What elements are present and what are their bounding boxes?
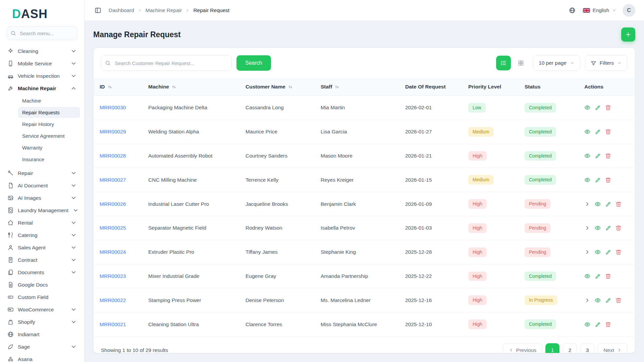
sidebar-item-warranty[interactable]: Warranty [18, 142, 80, 153]
edit-action-button[interactable] [605, 297, 611, 303]
column-header-machine[interactable]: Machine [142, 78, 239, 96]
sidebar-item-sage[interactable]: Sage [4, 341, 80, 353]
delete-action-button[interactable] [615, 249, 622, 255]
delete-action-button[interactable] [615, 297, 622, 303]
view-action-button[interactable] [584, 129, 590, 135]
view-action-button[interactable] [584, 321, 590, 327]
table-search-input[interactable] [101, 55, 232, 71]
request-id-link[interactable]: MRR00030 [100, 105, 126, 110]
edit-action-button[interactable] [605, 201, 611, 207]
delete-action-button[interactable] [615, 225, 622, 231]
request-id-link[interactable]: MRR00028 [100, 153, 126, 159]
add-repair-request-button[interactable] [621, 27, 635, 42]
edit-action-button[interactable] [595, 153, 601, 159]
delete-action-button[interactable] [605, 273, 611, 279]
sidebar-item-shopify[interactable]: Shopify [4, 316, 80, 328]
list-view-button[interactable] [496, 56, 511, 70]
globe-button[interactable] [568, 6, 577, 15]
per-page-select[interactable]: 10 per page [533, 55, 580, 71]
breadcrumb-machine-repair[interactable]: Machine Repair [146, 7, 182, 13]
sidebar-item-sales-agent[interactable]: Sales Agent [4, 241, 80, 254]
request-id-link[interactable]: MRR00026 [100, 201, 126, 207]
sidebar-item-service-agreement[interactable]: Service Agreement [18, 130, 80, 141]
expand-action-button[interactable] [584, 225, 590, 231]
sidebar-item-catering[interactable]: Catering [4, 229, 80, 241]
avatar[interactable]: C [623, 4, 635, 17]
sidebar-item-repair-history[interactable]: Repair History [18, 119, 80, 130]
language-selector[interactable]: English [583, 7, 616, 13]
previous-page-button[interactable]: Previous [503, 343, 542, 353]
view-action-button[interactable] [584, 273, 590, 279]
status-cell: Pending [519, 216, 578, 240]
filters-button[interactable]: Filters [585, 55, 628, 71]
sidebar-item-custom-field[interactable]: Custom Field [4, 291, 80, 303]
sidebar-item-indiamart[interactable]: Indiamart [4, 328, 80, 341]
sidebar-item-label: Shopify [18, 319, 35, 325]
view-action-button[interactable] [584, 105, 590, 111]
sidebar-item-repair[interactable]: Repair [4, 167, 80, 179]
view-action-button[interactable] [595, 249, 601, 255]
sidebar-item-contract[interactable]: Contract [4, 254, 80, 266]
sidebar-item-ai-document[interactable]: AI Document [4, 179, 80, 192]
trash-icon [605, 129, 611, 135]
edit-action-button[interactable] [605, 225, 611, 231]
edit-action-button[interactable] [595, 105, 601, 111]
sidebar-item-cleaning[interactable]: Cleaning [4, 45, 80, 57]
edit-action-button[interactable] [605, 249, 611, 255]
sidebar-toggle-button[interactable] [93, 6, 103, 15]
request-id-link[interactable]: MRR00021 [100, 321, 126, 327]
page-3-button[interactable]: 3 [580, 343, 594, 353]
sidebar-item-machine-repair[interactable]: Machine Repair [4, 82, 80, 95]
page-1-button[interactable]: 1 [545, 343, 559, 353]
sidebar-item-google-docs[interactable]: Google Docs [4, 279, 80, 291]
trash-icon [615, 225, 622, 231]
table-search [101, 55, 232, 71]
expand-action-button[interactable] [584, 297, 590, 303]
sidebar-item-asana[interactable]: Asana [4, 353, 80, 362]
sidebar-search-input[interactable] [7, 26, 77, 40]
sidebar-item-vehicle-inspection[interactable]: Vehicle Inspection [4, 70, 80, 82]
view-action-button[interactable] [584, 177, 590, 183]
sidebar-item-woocommerce[interactable]: WooCommerce [4, 303, 80, 316]
grid-view-button[interactable] [514, 56, 528, 70]
sidebar-item-documents[interactable]: Documents [4, 266, 80, 279]
page-2-button[interactable]: 2 [563, 343, 577, 353]
expand-action-button[interactable] [584, 201, 590, 207]
sidebar-item-laundry-management[interactable]: Laundry Management [4, 204, 80, 217]
request-id-link[interactable]: MRR00025 [100, 225, 126, 231]
next-page-button[interactable]: Next [598, 343, 628, 353]
view-action-button[interactable] [584, 153, 590, 159]
sidebar-item-repair-requests[interactable]: Repair Requests [18, 107, 80, 118]
edit-action-button[interactable] [595, 129, 601, 135]
view-action-button[interactable] [595, 297, 601, 303]
sidebar-item-ai-images[interactable]: AI Images [4, 192, 80, 204]
delete-action-button[interactable] [605, 177, 611, 183]
delete-action-button[interactable] [605, 153, 611, 159]
request-id-link[interactable]: MRR00023 [100, 273, 126, 279]
column-header-id[interactable]: ID [94, 78, 142, 96]
delete-action-button[interactable] [605, 321, 611, 327]
brand-logo[interactable]: DASH [0, 5, 84, 26]
view-action-button[interactable] [595, 225, 601, 231]
request-id-link[interactable]: MRR00027 [100, 177, 126, 183]
search-button[interactable]: Search [236, 55, 271, 71]
breadcrumb-dashboard[interactable]: Dashboard [109, 7, 134, 13]
sidebar-item-insurance[interactable]: Insurance [18, 154, 80, 165]
view-action-button[interactable] [595, 201, 601, 207]
request-id-link[interactable]: MRR00022 [100, 297, 126, 303]
chevron-down-icon [570, 61, 575, 65]
column-header-customer-name[interactable]: Customer Name [239, 78, 315, 96]
sidebar-item-machine[interactable]: Machine [18, 95, 80, 106]
edit-action-button[interactable] [595, 177, 601, 183]
column-header-staff[interactable]: Staff [315, 78, 399, 96]
delete-action-button[interactable] [605, 105, 611, 111]
edit-action-button[interactable] [595, 273, 601, 279]
expand-action-button[interactable] [584, 249, 590, 255]
request-id-link[interactable]: MRR00029 [100, 129, 126, 134]
delete-action-button[interactable] [615, 201, 622, 207]
edit-action-button[interactable] [595, 321, 601, 327]
request-id-link[interactable]: MRR00024 [100, 249, 126, 255]
sidebar-item-rental[interactable]: Rental [4, 217, 80, 229]
delete-action-button[interactable] [605, 129, 611, 135]
sidebar-item-mobile-service[interactable]: Mobile Service [4, 57, 80, 70]
